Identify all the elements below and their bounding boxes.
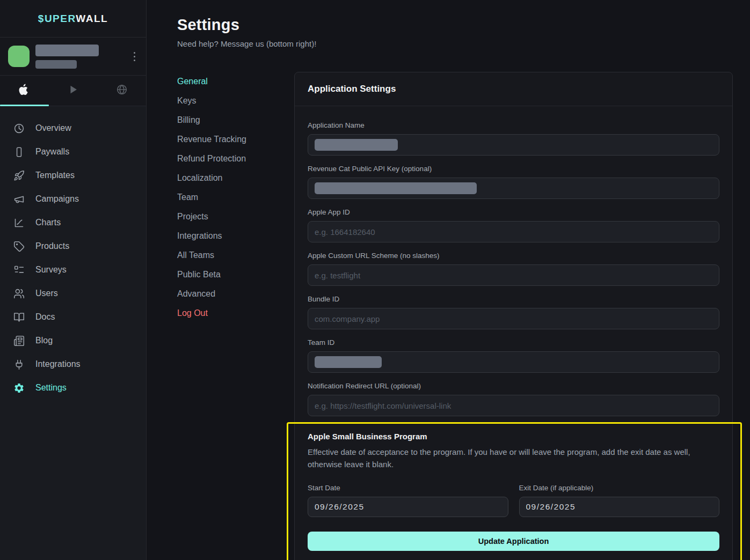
sidebar-item-campaigns[interactable]: Campaigns	[0, 187, 146, 211]
sidebar-nav: OverviewPaywallsTemplatesCampaignsCharts…	[0, 106, 146, 400]
platform-tab-google-play[interactable]	[49, 76, 98, 106]
app-selector[interactable]	[0, 38, 146, 76]
field-label: Team ID	[308, 338, 719, 347]
settings-nav-all-teams[interactable]: All Teams	[177, 246, 214, 265]
sidebar-item-templates[interactable]: Templates	[0, 164, 146, 187]
superwall-logo[interactable]: $UPERWALL	[38, 13, 108, 25]
sbp-description: Effective date of acceptance to the prog…	[308, 446, 719, 470]
start-date-input[interactable]	[308, 497, 508, 517]
platform-tab-globe[interactable]	[97, 76, 146, 106]
text-input[interactable]	[308, 264, 719, 286]
field-application-name: Application Name	[308, 121, 719, 156]
sidebar-item-label: Docs	[35, 312, 55, 322]
redacted-app-subtitle	[35, 60, 77, 69]
field-team-id: Team ID	[308, 338, 719, 373]
settings-nav: GeneralKeysBillingRevenue TrackingRefund…	[177, 72, 294, 323]
sidebar-item-label: Paywalls	[35, 147, 69, 157]
sidebar-item-paywalls[interactable]: Paywalls	[0, 140, 146, 164]
page-subtitle: Need help? Message us (bottom right)!	[177, 39, 733, 48]
application-settings-card: Application Settings Application NameRev…	[294, 72, 733, 560]
start-date-label: Start Date	[308, 484, 508, 492]
sidebar-item-users[interactable]: Users	[0, 282, 146, 305]
card-title: Application Settings	[308, 84, 719, 94]
field-apple-app-id: Apple App ID	[308, 208, 719, 242]
field-label: Apple Custom URL Scheme (no slashes)	[308, 252, 719, 260]
settings-nav-team[interactable]: Team	[177, 188, 198, 207]
sidebar-item-label: Users	[35, 289, 58, 298]
sidebar-item-products[interactable]: Products	[0, 234, 146, 258]
field-revenue-cat-public-api-key-optional: Revenue Cat Public API Key (optional)	[308, 165, 719, 199]
paywalls-icon	[13, 146, 25, 158]
settings-nav-refund-protection[interactable]: Refund Protection	[177, 149, 246, 168]
settings-nav-projects[interactable]: Projects	[177, 207, 208, 226]
logo-accent-text: $UPER	[38, 13, 76, 24]
sidebar-item-overview[interactable]: Overview	[0, 116, 146, 140]
text-input-redacted[interactable]	[308, 178, 719, 199]
card-header: Application Settings	[295, 72, 732, 106]
exit-date-input[interactable]	[519, 497, 720, 517]
redacted-value-bar	[315, 356, 382, 368]
charts-icon	[13, 217, 25, 229]
field-label: Bundle ID	[308, 295, 719, 303]
platform-tab-apple[interactable]	[0, 76, 49, 106]
field-bundle-id: Bundle ID	[308, 295, 719, 329]
sidebar-item-settings[interactable]: Settings	[0, 376, 146, 400]
redacted-app-name	[35, 45, 99, 56]
sidebar-item-label: Integrations	[35, 359, 81, 369]
settings-nav-public-beta[interactable]: Public Beta	[177, 265, 221, 284]
integrations-icon	[13, 359, 25, 370]
page-title: Settings	[177, 16, 733, 34]
sidebar-item-charts[interactable]: Charts	[0, 211, 146, 234]
field-label: Application Name	[308, 121, 719, 129]
settings-nav-integrations[interactable]: Integrations	[177, 226, 222, 246]
settings-nav-general[interactable]: General	[177, 72, 208, 91]
sidebar-item-label: Overview	[35, 123, 71, 133]
text-input[interactable]	[308, 308, 719, 329]
products-icon	[13, 241, 25, 252]
sidebar-item-blog[interactable]: Blog	[0, 329, 146, 352]
settings-nav-advanced[interactable]: Advanced	[177, 284, 215, 304]
text-input[interactable]	[308, 221, 719, 242]
field-apple-custom-url-scheme-no-slashes: Apple Custom URL Scheme (no slashes)	[308, 252, 719, 286]
app-name-redacted	[35, 45, 130, 69]
campaigns-icon	[13, 194, 25, 205]
sidebar-item-docs[interactable]: Docs	[0, 305, 146, 329]
settings-nav-billing[interactable]: Billing	[177, 110, 200, 130]
users-icon	[13, 288, 25, 299]
sidebar: $UPERWALL OverviewPaywallsTemplatesCampa…	[0, 0, 147, 560]
text-input[interactable]	[308, 395, 719, 416]
field-label: Notification Redirect URL (optional)	[308, 382, 719, 390]
apple-icon	[18, 84, 30, 98]
surveys-icon	[13, 264, 25, 276]
update-application-button[interactable]: Update Application	[308, 532, 719, 551]
google-play-icon	[67, 84, 79, 98]
card-body: Application NameRevenue Cat Public API K…	[295, 106, 732, 560]
sbp-title: Apple Small Business Program	[308, 432, 719, 441]
sidebar-item-integrations[interactable]: Integrations	[0, 352, 146, 376]
kebab-menu-icon[interactable]	[130, 49, 139, 64]
settings-icon	[13, 382, 25, 394]
sidebar-item-label: Campaigns	[35, 194, 79, 204]
redacted-value-bar	[315, 139, 398, 151]
sidebar-item-label: Charts	[35, 218, 61, 227]
settings-nav-revenue-tracking[interactable]: Revenue Tracking	[177, 130, 246, 149]
field-label: Revenue Cat Public API Key (optional)	[308, 165, 719, 173]
text-input-redacted[interactable]	[308, 134, 719, 156]
globe-icon	[116, 84, 128, 98]
templates-icon	[13, 170, 25, 181]
platform-tabs	[0, 76, 146, 106]
sidebar-item-label: Blog	[35, 336, 53, 345]
sidebar-item-label: Surveys	[35, 265, 67, 275]
settings-nav-log-out[interactable]: Log Out	[177, 304, 208, 323]
logo-section: $UPERWALL	[0, 0, 146, 38]
sidebar-item-label: Products	[35, 241, 69, 251]
sidebar-item-label: Templates	[35, 171, 75, 180]
field-label: Apple App ID	[308, 208, 719, 216]
sidebar-item-surveys[interactable]: Surveys	[0, 258, 146, 282]
text-input-redacted[interactable]	[308, 351, 719, 373]
settings-nav-localization[interactable]: Localization	[177, 168, 223, 188]
docs-icon	[13, 312, 25, 323]
sidebar-item-label: Settings	[35, 383, 67, 393]
settings-nav-keys[interactable]: Keys	[177, 91, 196, 110]
logo-rest-text: WALL	[76, 13, 108, 24]
